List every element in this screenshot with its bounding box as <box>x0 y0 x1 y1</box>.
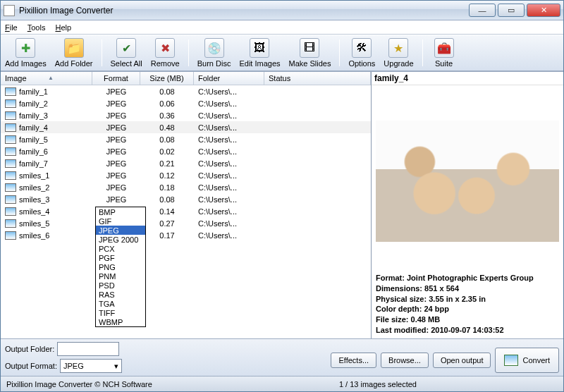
table-row[interactable]: smiles_2JPEG0.18C:\Users\... <box>1 181 371 193</box>
disc-icon: 💿 <box>204 38 224 58</box>
file-thumb-icon <box>5 111 16 120</box>
open-output-button[interactable]: Open output <box>433 353 491 368</box>
column-size[interactable]: Size (MB) <box>140 72 194 85</box>
chevron-down-icon: ▾ <box>114 362 118 371</box>
suite-icon: 🧰 <box>434 38 454 58</box>
table-row[interactable]: family_1JPEG0.08C:\Users\... <box>1 85 371 97</box>
app-window: Pixillion Image Converter — ▭ ✕ File Too… <box>0 0 564 392</box>
table-row[interactable]: smiles_3JPEG0.08C:\Users\... <box>1 193 371 205</box>
remove-button[interactable]: ✖Remove <box>147 37 184 69</box>
file-list-pane: Image▲ Format Size (MB) Folder Status fa… <box>1 72 372 338</box>
dropdown-option[interactable]: RAS <box>96 290 145 299</box>
table-row[interactable]: smiles_1JPEG0.12C:\Users\... <box>1 169 371 181</box>
plus-icon: ✚ <box>16 38 35 58</box>
file-thumb-icon <box>5 135 16 144</box>
convert-button[interactable]: Convert <box>495 348 559 373</box>
dropdown-option[interactable]: TGA <box>96 299 145 308</box>
info-format: Format: Joint Photographic Experts Group <box>376 273 559 283</box>
dropdown-option[interactable]: PNM <box>96 271 145 281</box>
table-row[interactable]: family_5JPEG0.08C:\Users\... <box>1 133 371 145</box>
table-row[interactable]: smiles_60.17C:\Users\... <box>1 229 371 241</box>
dropdown-option[interactable]: BMP <box>96 207 145 216</box>
statusbar: Pixillion Image Converter © NCH Software… <box>1 376 563 391</box>
dropdown-option[interactable]: WBMP <box>96 317 145 326</box>
make-slides-button[interactable]: 🎞Make Slides <box>285 37 336 69</box>
dropdown-option[interactable]: GIF <box>96 216 145 226</box>
dropdown-option[interactable]: PCX <box>96 244 145 253</box>
info-physical: Physical size: 3.55 in x 2.35 in <box>376 294 559 305</box>
menu-file[interactable]: File <box>5 23 18 32</box>
file-thumb-icon <box>5 171 16 180</box>
bottom-panel: Output Folder: Output Format: JPEG▾ Effe… <box>1 338 563 376</box>
table-row[interactable]: family_3JPEG0.36C:\Users\... <box>1 109 371 121</box>
convert-icon <box>504 355 518 366</box>
column-format[interactable]: Format <box>92 72 140 85</box>
burn-disc-button[interactable]: 💿Burn Disc <box>193 37 235 69</box>
maximize-button[interactable]: ▭ <box>498 4 525 17</box>
column-image[interactable]: Image▲ <box>1 72 92 85</box>
add-images-button[interactable]: ✚Add Images <box>1 37 51 69</box>
checkmark-icon: ✔ <box>116 38 136 58</box>
menu-tools[interactable]: Tools <box>27 23 46 32</box>
file-thumb-icon <box>5 219 16 228</box>
file-thumb-icon <box>5 195 16 204</box>
dropdown-option[interactable]: JPEG <box>96 226 145 235</box>
output-folder-label: Output Folder: <box>5 345 54 353</box>
preview-title: family_4 <box>372 72 563 85</box>
add-folder-button[interactable]: 📁Add Folder <box>51 37 97 69</box>
dropdown-option[interactable]: PGF <box>96 253 145 262</box>
toolbar: ✚Add Images 📁Add Folder ✔Select All ✖Rem… <box>1 35 563 71</box>
gear-icon: 🛠 <box>352 38 372 58</box>
dropdown-option[interactable]: JPEG 2000 <box>96 235 145 244</box>
app-icon <box>4 5 15 16</box>
table-row[interactable]: smiles_40.14C:\Users\... <box>1 205 371 217</box>
dropdown-option[interactable]: TIFF <box>96 308 145 317</box>
table-row[interactable]: family_6JPEG0.02C:\Users\... <box>1 145 371 157</box>
select-all-button[interactable]: ✔Select All <box>106 37 147 69</box>
dropdown-option[interactable]: PNG <box>96 262 145 271</box>
slides-icon: 🎞 <box>300 38 319 58</box>
dropdown-option[interactable]: PSD <box>96 281 145 290</box>
preview-image <box>376 121 559 242</box>
window-title: Pixillion Image Converter <box>19 6 469 16</box>
info-modified: Last modified: 2010-09-07 14:03:52 <box>376 325 559 336</box>
file-thumb-icon <box>5 207 16 216</box>
close-button[interactable]: ✕ <box>527 4 560 17</box>
minimize-button[interactable]: — <box>469 4 496 17</box>
table-row[interactable]: smiles_50.27C:\Users\... <box>1 217 371 229</box>
status-left: Pixillion Image Converter © NCH Software <box>6 380 152 388</box>
browse-button[interactable]: Browse... <box>381 353 429 368</box>
menu-help[interactable]: Help <box>55 23 71 32</box>
file-thumb-icon <box>5 87 16 96</box>
file-info: Format: Joint Photographic Experts Group… <box>372 270 563 338</box>
titlebar: Pixillion Image Converter — ▭ ✕ <box>1 1 563 20</box>
output-format-select[interactable]: JPEG▾ <box>60 359 122 373</box>
column-status[interactable]: Status <box>264 72 371 85</box>
file-thumb-icon <box>5 99 16 108</box>
suite-button[interactable]: 🧰Suite <box>427 37 461 69</box>
info-filesize: File size: 0.48 MB <box>376 314 559 325</box>
file-thumb-icon <box>5 159 16 168</box>
format-dropdown-list[interactable]: BMPGIFJPEGJPEG 2000PCXPGFPNGPNMPSDRASTGA… <box>95 207 146 327</box>
image-edit-icon: 🖼 <box>250 38 269 58</box>
table-row[interactable]: family_4JPEG0.48C:\Users\... <box>1 121 371 133</box>
preview-pane: family_4 Format: Joint Photographic Expe… <box>372 72 563 338</box>
info-dimensions: Dimensions: 851 x 564 <box>376 283 559 294</box>
folder-plus-icon: 📁 <box>64 38 84 58</box>
edit-images-button[interactable]: 🖼Edit Images <box>235 37 284 69</box>
output-folder-input[interactable] <box>57 342 119 356</box>
file-thumb-icon <box>5 147 16 156</box>
options-button[interactable]: 🛠Options <box>344 37 379 69</box>
table-row[interactable]: family_2JPEG0.06C:\Users\... <box>1 97 371 109</box>
file-thumb-icon <box>5 183 16 192</box>
output-format-label: Output Format: <box>5 362 57 370</box>
sort-asc-icon: ▲ <box>48 75 54 81</box>
delete-icon: ✖ <box>155 38 175 58</box>
status-right: 1 / 13 images selected <box>339 380 417 388</box>
table-row[interactable]: family_7JPEG0.21C:\Users\... <box>1 157 371 169</box>
menubar: File Tools Help <box>1 20 563 35</box>
column-folder[interactable]: Folder <box>194 72 264 85</box>
effects-button[interactable]: Effects... <box>331 353 376 368</box>
info-depth: Color depth: 24 bpp <box>376 304 559 314</box>
upgrade-button[interactable]: ★Upgrade <box>379 37 417 69</box>
